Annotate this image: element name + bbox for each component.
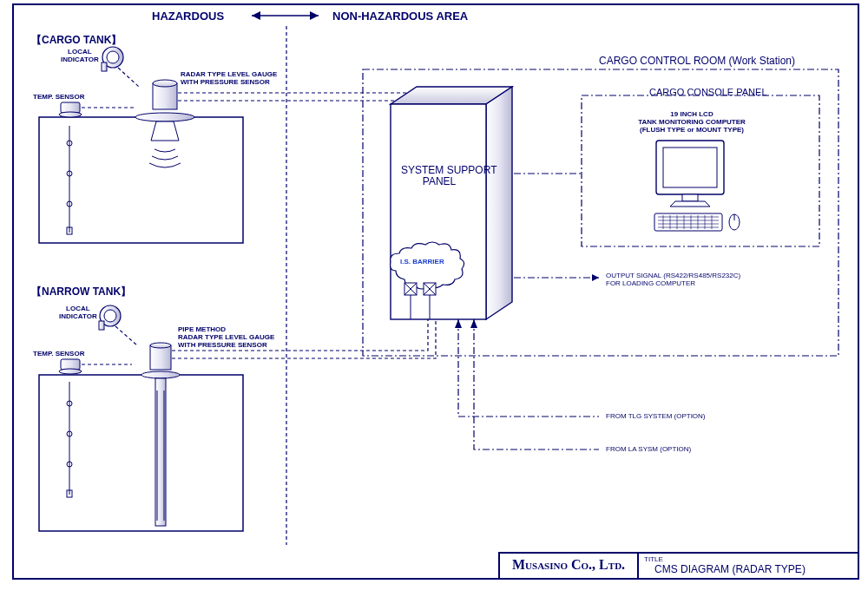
svg-point-12 — [135, 113, 194, 121]
svg-rect-49 — [663, 148, 717, 187]
cargo-tank-title: 【CARGO TANK】 — [31, 35, 122, 46]
svg-rect-10 — [61, 102, 80, 113]
svg-point-33 — [104, 310, 116, 322]
local-indicator-icon — [102, 47, 123, 71]
temp-sensor-label: TEMP. SENSOR — [33, 94, 84, 102]
svg-point-14 — [153, 80, 177, 87]
diagram-title: CMS DIAGRAM (RADAR TYPE) — [639, 563, 814, 577]
svg-point-16 — [107, 51, 119, 63]
console-panel-title: CARGO CONSOLE PANEL — [649, 87, 767, 97]
svg-point-28 — [150, 343, 171, 348]
local-indicator-icon-2 — [99, 305, 121, 330]
local-indicator-label: LOCAL INDICATOR — [61, 49, 99, 64]
svg-rect-27 — [150, 345, 171, 370]
svg-rect-50 — [682, 194, 698, 201]
svg-point-25 — [59, 369, 82, 374]
svg-rect-24 — [61, 359, 80, 370]
keyboard-icon — [654, 213, 722, 231]
svg-rect-34 — [99, 321, 104, 330]
local-indicator-label-2: LOCAL INDICATOR — [59, 305, 97, 321]
monitor-icon — [656, 141, 724, 207]
company-name: Musasino Co., Ltd. — [500, 554, 639, 578]
temp-sensor-label-2: TEMP. SENSOR — [33, 351, 84, 358]
svg-marker-1 — [252, 11, 260, 20]
svg-point-11 — [59, 112, 82, 117]
title-block: Musasino Co., Ltd. TITLE CMS DIAGRAM (RA… — [498, 552, 858, 578]
narrow-tank-title: 【NARROW TANK】 — [31, 286, 131, 298]
diagram-root: HAZARDOUS NON-HAZARDOUS AREA — [0, 0, 868, 597]
pipe-radar-icon — [141, 343, 180, 526]
svg-point-26 — [141, 371, 180, 378]
title-label: TITLE — [639, 554, 814, 563]
mouse-icon — [729, 214, 740, 230]
svg-marker-68 — [455, 319, 462, 328]
is-barrier-label: I.S. BARRIER — [400, 259, 444, 266]
output-signal-label: OUTPUT SIGNAL (RS422/RS485/RS232C) FOR L… — [606, 272, 740, 288]
svg-marker-67 — [592, 274, 599, 281]
svg-marker-2 — [310, 11, 319, 20]
control-room-title: CARGO CONTROL ROOM (Work Station) — [599, 56, 795, 67]
pipe-method-label: PIPE METHOD RADAR TYPE LEVEL GAUGE WITH … — [178, 326, 274, 349]
from-la-label: FROM LA SYSM (OPTION) — [606, 446, 691, 454]
svg-marker-51 — [670, 201, 710, 207]
ssp-label: SYSTEM SUPPORT PANEL — [401, 165, 477, 187]
monitor-label: 19 INCH LCD TANK MONITORING COMPUTER (FL… — [635, 111, 748, 134]
svg-rect-17 — [102, 62, 107, 71]
from-tlg-label: FROM TLG SYSTEM (OPTION) — [606, 413, 706, 421]
svg-marker-69 — [470, 319, 477, 328]
svg-marker-37 — [486, 87, 512, 319]
radar-label: RADAR TYPE LEVEL GAUGE WITH PRESSURE SEN… — [181, 71, 277, 87]
